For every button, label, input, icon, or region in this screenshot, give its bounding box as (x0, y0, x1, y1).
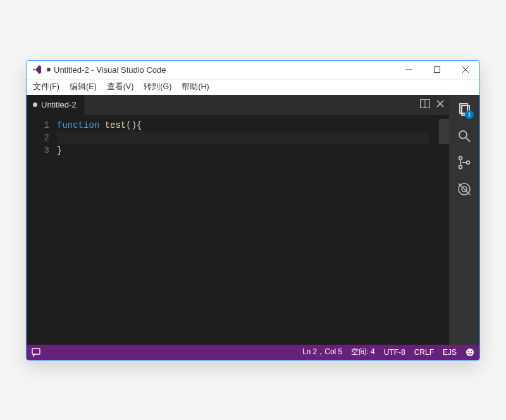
explorer-icon[interactable]: 1 (456, 101, 472, 118)
status-encoding[interactable]: UTF-8 (384, 348, 405, 357)
close-button[interactable] (451, 60, 479, 79)
tab-label: Untitled-2 (41, 100, 77, 109)
explorer-badge: 1 (465, 110, 474, 119)
dirty-indicator-icon (47, 68, 51, 71)
active-line-highlight (57, 132, 429, 144)
svg-rect-1 (434, 67, 440, 73)
status-spaces[interactable]: 空间: 4 (351, 347, 374, 357)
svg-point-21 (471, 350, 472, 352)
status-language[interactable]: EJS (443, 348, 457, 357)
line-number: 1 (27, 119, 49, 132)
statusbar: Ln 2，Col 5 空间: 4 UTF-8 CRLF EJS (27, 345, 479, 360)
tab-dirty-icon (33, 102, 37, 107)
svg-rect-18 (32, 349, 40, 354)
workspace: Untitled-2 1 2 3 (27, 95, 479, 345)
status-eol[interactable]: CRLF (414, 348, 434, 357)
status-smiley-icon[interactable] (466, 348, 474, 357)
menu-help[interactable]: 帮助(H) (179, 80, 211, 94)
code-area[interactable]: function test(){ } (57, 115, 439, 345)
status-feedback-icon[interactable] (32, 347, 42, 357)
code-line[interactable]: function test(){ (57, 119, 439, 132)
menubar: 文件(F) 编辑(E) 查看(V) 转到(G) 帮助(H) (27, 80, 479, 95)
vs-logo-icon (32, 64, 43, 75)
tabbar: Untitled-2 (27, 95, 449, 115)
editor[interactable]: 1 2 3 function test(){ } (27, 115, 449, 345)
debug-icon[interactable] (456, 181, 472, 197)
vscode-window: Untitled-2 - Visual Studio Code 文件(F) 编辑… (26, 60, 480, 361)
menu-file[interactable]: 文件(F) (30, 80, 62, 94)
menu-go[interactable]: 转到(G) (141, 80, 174, 94)
menu-edit[interactable]: 编辑(E) (67, 80, 99, 94)
maximize-button[interactable] (423, 60, 451, 79)
activity-bar: 1 (449, 95, 479, 345)
svg-line-11 (466, 138, 470, 142)
editor-column: Untitled-2 1 2 3 (27, 95, 449, 345)
minimap-viewport[interactable] (439, 119, 449, 144)
svg-point-12 (459, 156, 462, 159)
line-gutter: 1 2 3 (27, 115, 57, 345)
menu-view[interactable]: 查看(V) (104, 80, 137, 94)
minimize-button[interactable] (394, 60, 423, 79)
code-line[interactable]: } (57, 144, 439, 157)
close-tab-icon[interactable] (436, 100, 444, 109)
svg-point-14 (467, 161, 470, 164)
minimap[interactable] (439, 115, 449, 345)
tab-untitled-2[interactable]: Untitled-2 (27, 95, 85, 115)
window-title: Untitled-2 - Visual Studio Code (54, 65, 166, 75)
window-controls (394, 60, 479, 79)
svg-point-13 (459, 165, 462, 168)
svg-point-10 (459, 131, 467, 139)
svg-point-20 (468, 350, 469, 352)
titlebar[interactable]: Untitled-2 - Visual Studio Code (27, 61, 479, 80)
line-number: 2 (27, 132, 49, 144)
svg-point-19 (466, 349, 474, 356)
status-cursor[interactable]: Ln 2，Col 5 (302, 347, 342, 357)
search-icon[interactable] (456, 128, 472, 144)
split-editor-icon[interactable] (420, 99, 430, 110)
line-number: 3 (27, 144, 49, 157)
source-control-icon[interactable] (456, 154, 472, 171)
